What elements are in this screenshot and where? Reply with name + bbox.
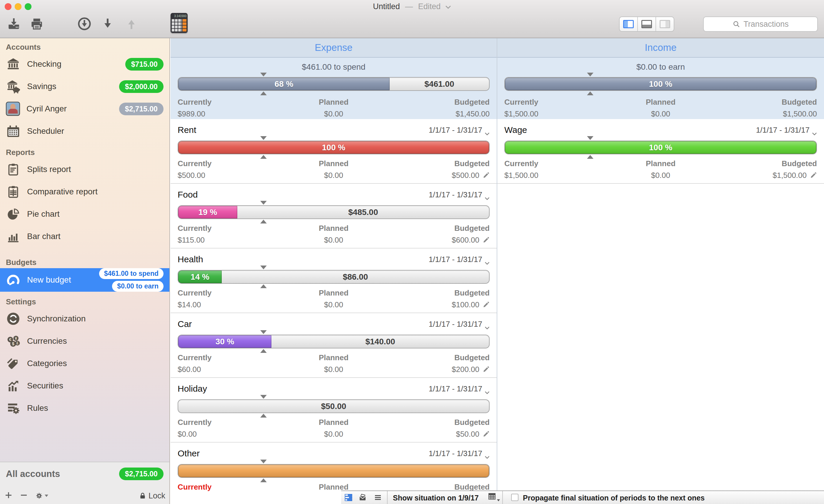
sidebar-item-label: Cyril Anger (26, 104, 119, 113)
date-marker (260, 91, 267, 95)
all-accounts-row[interactable]: All accounts $2,715.00 (6, 468, 164, 480)
propagate-checkbox[interactable] (511, 494, 518, 501)
sidebar: AccountsChecking$715.00Savings$2,000.00C… (0, 38, 170, 504)
chevron-down-icon (45, 495, 48, 497)
sidebar-item-splits-report[interactable]: Splits report (0, 158, 170, 181)
sidebar-item-label: Securities (27, 381, 164, 391)
period-dropdown[interactable]: 1/1/17 - 1/31/17 (429, 320, 490, 329)
sidebar-item-synchronization[interactable]: Synchronization (0, 308, 170, 330)
import-button[interactable] (77, 16, 92, 32)
budget-pill: $461.00 to spend (99, 268, 164, 279)
progress-bar-wrap: 68 %$461.00 (178, 77, 490, 91)
svg-text:£: £ (16, 341, 18, 345)
planned-value: $0.00 (608, 171, 713, 180)
progress-bar-wrap (178, 464, 490, 478)
planned-label: Planned (282, 159, 386, 168)
search-input[interactable]: Transactions (703, 16, 818, 32)
lock-label: Lock (148, 491, 165, 500)
chevron-down-icon (485, 128, 490, 132)
summary-headline: $461.00 to spend (171, 62, 497, 72)
budgeted-cell: Budgeted$1,500.00 (713, 159, 817, 180)
sidebar-item-pie-chart[interactable]: Pie chart (0, 203, 170, 225)
currently-label: Currently (504, 159, 608, 168)
sidebar-item-savings[interactable]: Savings$2,000.00 (0, 75, 170, 98)
rules-icon (6, 401, 21, 415)
sidebar-item-rules[interactable]: Rules (0, 397, 170, 419)
sidebar-item-checking[interactable]: Checking$715.00 (0, 53, 170, 75)
sidebar-view-button[interactable] (620, 17, 638, 31)
summary-headline: $0.00 to earn (497, 62, 824, 72)
date-marker (587, 155, 594, 159)
lock-button[interactable]: Lock (138, 491, 165, 500)
add-button[interactable] (4, 491, 14, 501)
chevron-down-icon[interactable] (445, 2, 451, 6)
print-button[interactable] (29, 16, 44, 32)
right-bar-view-button[interactable] (656, 17, 674, 31)
budget-column-expense: Expense$461.00 to spend68 %$461.00Curren… (171, 38, 497, 504)
sidebar-item-new-budget[interactable]: New budget$461.00 to spend$0.00 to earn (0, 268, 170, 292)
edited-status: Edited (418, 2, 441, 11)
progress-bar-wrap: 100 % (178, 140, 490, 155)
sidebar-item-categories[interactable]: Categories (0, 352, 170, 375)
planned-cell: Planned$0.00 (282, 224, 386, 245)
period-dropdown[interactable]: 1/1/17 - 1/31/17 (429, 190, 490, 199)
period-dropdown[interactable]: 1/1/17 - 1/31/17 (429, 125, 490, 135)
calendar-picker-button[interactable] (488, 493, 496, 502)
remove-button[interactable] (19, 491, 29, 501)
sidebar-item-comparative-report[interactable]: Comparative report (0, 181, 170, 203)
envelope-icon[interactable] (358, 493, 367, 502)
sidebar-item-label: Checking (27, 60, 125, 69)
progress-bar: $50.00 (178, 399, 490, 413)
edit-budget-button[interactable] (482, 430, 490, 438)
budget-row-food: Food1/1/17 - 1/31/1719 %$485.00Currently… (171, 184, 497, 248)
actions-menu-button[interactable] (35, 491, 48, 501)
window-toolbar: Untitled — Edited 3.141593 Transactions (0, 0, 824, 38)
search-icon (732, 20, 740, 28)
budget-summary: $461.00 to spend68 %$461.00Currently$989… (171, 58, 497, 120)
sidebar-item-bar-chart[interactable]: Bar chart (0, 225, 170, 247)
edit-budget-button[interactable] (482, 301, 490, 308)
bottom-bar-view-button[interactable] (638, 17, 656, 31)
planned-label: Planned (608, 98, 713, 107)
sidebar-item-securities[interactable]: Securities (0, 375, 170, 397)
period-dropdown[interactable]: 1/1/17 - 1/31/17 (429, 384, 490, 393)
progress-bar-fill (505, 78, 816, 90)
budget-bars-view-icon[interactable] (344, 493, 353, 502)
period-dropdown[interactable]: 1/1/17 - 1/31/17 (756, 125, 817, 135)
remainder-label: $86.00 (222, 271, 489, 283)
calculator-app-icon[interactable]: 3.141593 (171, 13, 188, 33)
period-dropdown[interactable]: 1/1/17 - 1/31/17 (429, 255, 490, 264)
progress-bar-fill (505, 141, 816, 154)
currently-cell: Currently$14.00 (178, 289, 282, 309)
sidebar-footer: All accounts $2,715.00 Lock (0, 462, 170, 504)
progress-bar: 30 %$140.00 (178, 335, 490, 348)
currencies-icon: €¥$£ (6, 334, 21, 348)
move-down-button[interactable] (100, 16, 115, 32)
edit-budget-button[interactable] (810, 172, 817, 179)
sidebar-item-scheduler[interactable]: Scheduler (0, 120, 170, 142)
move-up-button[interactable] (124, 16, 139, 32)
save-button[interactable] (6, 16, 21, 32)
currently-cell: Currently$989.00 (178, 98, 282, 118)
planned-label: Planned (282, 224, 386, 233)
sidebar-item-cyril-anger[interactable]: Cyril Anger$2,715.00 (0, 98, 170, 120)
hamburger-menu-icon[interactable] (374, 493, 382, 502)
planned-label: Planned (282, 353, 386, 362)
progress-bar-wrap: $50.00 (178, 399, 490, 413)
budget-stats: Currently$0.00Planned$0.00Budgeted$50.00 (178, 418, 490, 439)
period-dropdown[interactable]: 1/1/17 - 1/31/17 (429, 449, 490, 458)
document-title: Untitled (373, 2, 400, 11)
edit-budget-button[interactable] (482, 366, 490, 373)
edit-budget-button[interactable] (482, 236, 490, 244)
balance-badge: $2,000.00 (119, 80, 164, 93)
sidebar-item-currencies[interactable]: €¥$£Currencies (0, 330, 170, 352)
date-marker (260, 136, 267, 140)
progress-bar-wrap: 100 % (504, 140, 817, 155)
currently-value: $0.00 (178, 430, 282, 439)
date-marker (260, 414, 267, 418)
piggy-bank-icon (6, 79, 21, 94)
sidebar-item-label: New budget (27, 275, 99, 285)
chevron-down-icon (497, 499, 500, 501)
edit-budget-button[interactable] (482, 172, 490, 179)
currently-value: $500.00 (178, 171, 282, 180)
